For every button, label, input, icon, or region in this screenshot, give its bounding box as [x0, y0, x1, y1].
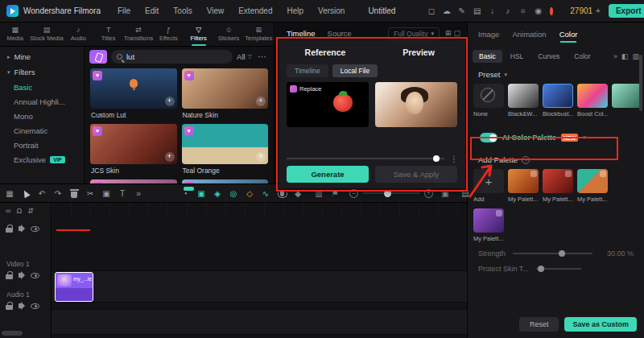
palette-thumbnail[interactable] [577, 169, 608, 193]
palette-card[interactable]: My Palett... [473, 208, 504, 242]
palette-thumbnail[interactable] [543, 169, 573, 193]
tab-stickers[interactable]: ☺Stickers [213, 23, 243, 46]
zoom-out-icon[interactable]: − [349, 189, 358, 198]
menu-file[interactable]: File [110, 6, 138, 15]
tab-filters[interactable]: ▽Filters [184, 23, 213, 46]
preset-card-partial[interactable] [612, 84, 642, 117]
preset-card[interactable]: Boost Col... [577, 84, 608, 117]
filter-card[interactable]: ♥+ Teal Orange [182, 124, 269, 175]
mute-icon[interactable] [19, 226, 22, 231]
subtab-hsl[interactable]: HSL [504, 50, 530, 63]
favorite-icon[interactable]: ♥ [184, 71, 194, 80]
sidebar-group-filters[interactable]: ▾Filters [0, 64, 84, 80]
notification-icon[interactable]: ◉ [531, 6, 545, 15]
add-to-timeline-icon[interactable]: + [165, 152, 175, 162]
lock-icon[interactable] [6, 305, 13, 310]
palette-card[interactable]: My Palett... [577, 169, 608, 203]
add-palette-button[interactable]: + [473, 169, 504, 193]
palette-card[interactable]: My Palett... [508, 169, 539, 203]
auto-ripple-icon[interactable]: ⇵ [27, 207, 34, 215]
sidebar-group-mine[interactable]: ▸Mine [0, 49, 84, 64]
tab-transitions[interactable]: ⇄Transitions [123, 23, 153, 46]
snapshot-icon[interactable]: ▤ [460, 189, 470, 198]
eye-icon[interactable] [31, 303, 39, 309]
ai-wand-button[interactable] [89, 50, 107, 64]
favorite-icon[interactable]: ♥ [93, 126, 102, 136]
tab-templates[interactable]: ⊞Templates [244, 23, 274, 46]
export-button[interactable]: Export ▾ [609, 4, 644, 18]
menu-help[interactable]: Help [279, 6, 311, 15]
generate-button[interactable]: Generate [287, 166, 369, 183]
filter-dropdown[interactable]: All▽ [237, 52, 252, 61]
filter-card[interactable]: ♥+ Custom Lut [90, 68, 177, 119]
replace-label[interactable]: Replace [290, 85, 322, 93]
timeline-ruler[interactable] [52, 203, 467, 217]
preset-thumbnail[interactable] [577, 84, 608, 108]
expand-view-icon[interactable]: ▢ [453, 29, 460, 37]
player-tab-timeline[interactable]: Timeline [287, 29, 316, 38]
link-icon[interactable]: ∞ [6, 207, 10, 215]
filter-thumbnail[interactable]: ♥+ [182, 124, 269, 164]
tab-animation[interactable]: Animation [512, 30, 546, 39]
save-as-custom-button[interactable]: Save as Custom [564, 317, 637, 332]
more-menu-icon[interactable]: ⋮ [450, 155, 458, 163]
preset-card[interactable]: Black&W... [508, 84, 539, 117]
mute-icon[interactable] [19, 303, 22, 308]
protect-skin-slider[interactable] [536, 268, 581, 270]
horizontal-scrollbar[interactable] [2, 331, 465, 336]
more-subtabs-icon[interactable]: » [613, 52, 617, 60]
layout-icon[interactable]: ▤ [470, 6, 484, 15]
panel-expand-icon[interactable]: ▥ [632, 52, 639, 60]
sidebar-item-cinematic[interactable]: Cinematic [0, 123, 84, 138]
device-icon[interactable]: ◻ [424, 6, 438, 15]
vertical-scrollbar-thumb[interactable] [639, 55, 642, 111]
sidebar-item-exclusive[interactable]: ExclusiveVIP [0, 152, 84, 167]
quality-dropdown[interactable]: Full Quality▾ [388, 27, 440, 40]
reference-image[interactable]: Replace [287, 82, 369, 127]
mask-icon[interactable]: ◈ [213, 189, 222, 198]
preview-progress-bar[interactable] [287, 158, 444, 159]
compare-view-icon[interactable]: ◧ [621, 52, 629, 60]
scrollbar-thumb[interactable] [2, 331, 23, 336]
delete-icon[interactable] [69, 189, 79, 198]
eye-icon[interactable] [31, 273, 39, 278]
palette-thumbnail[interactable] [508, 169, 539, 193]
favorite-icon[interactable]: ♥ [93, 71, 102, 80]
add-to-timeline-icon[interactable]: + [165, 97, 175, 106]
music-icon[interactable]: ♪ [501, 6, 514, 15]
crop-icon[interactable]: ▣ [101, 189, 111, 198]
player-tab-source[interactable]: Source [328, 29, 352, 38]
tab-color[interactable]: Color [559, 30, 578, 39]
fit-timeline-icon[interactable]: ▣ [440, 189, 450, 198]
tab-audio[interactable]: ♪Audio [64, 23, 93, 46]
menu-tools[interactable]: Tools [166, 6, 199, 15]
add-coins-button[interactable]: + [596, 6, 601, 15]
dialog-tab-local-file[interactable]: Local File [332, 64, 378, 77]
filter-thumbnail[interactable]: ♥+ [182, 68, 269, 109]
dialog-tab-timeline[interactable]: Timeline [287, 64, 328, 77]
marker-icon[interactable]: ⚑ [330, 189, 340, 198]
sidebar-item-annual-highlights[interactable]: Annual Highli... [0, 94, 84, 109]
save-apply-button[interactable]: Save & Apply [375, 166, 457, 183]
filter-card[interactable]: ♥+ JCS Skin [90, 124, 177, 175]
redo-icon[interactable]: ↷ [53, 189, 63, 198]
draw-icon[interactable]: ✎ [455, 6, 469, 15]
tab-image[interactable]: Image [478, 30, 499, 39]
preset-card-none[interactable]: None [473, 84, 504, 117]
grid-view-icon[interactable]: ⊞ [445, 29, 452, 37]
chroma-key-icon[interactable]: ◎ [229, 189, 238, 198]
tab-media[interactable]: ▦Media [0, 23, 30, 46]
eye-icon[interactable] [31, 226, 39, 232]
keyframe-icon[interactable]: ◆ [293, 189, 303, 198]
search-input[interactable] [126, 52, 199, 61]
more-options-icon[interactable]: ⋯ [258, 52, 267, 62]
menu-view[interactable]: View [200, 6, 232, 15]
zoom-slider-handle[interactable] [384, 190, 391, 197]
preset-card-selected[interactable]: Blockbust... [543, 84, 573, 117]
menu-version[interactable]: Version [311, 6, 352, 15]
render-preview-icon[interactable]: ▥ [314, 189, 324, 198]
undo-icon[interactable]: ↶ [37, 189, 47, 198]
mute-icon[interactable] [19, 273, 22, 278]
palette-card[interactable]: My Palett... [543, 169, 573, 203]
smart-crop-icon[interactable]: ▣ [196, 189, 206, 198]
